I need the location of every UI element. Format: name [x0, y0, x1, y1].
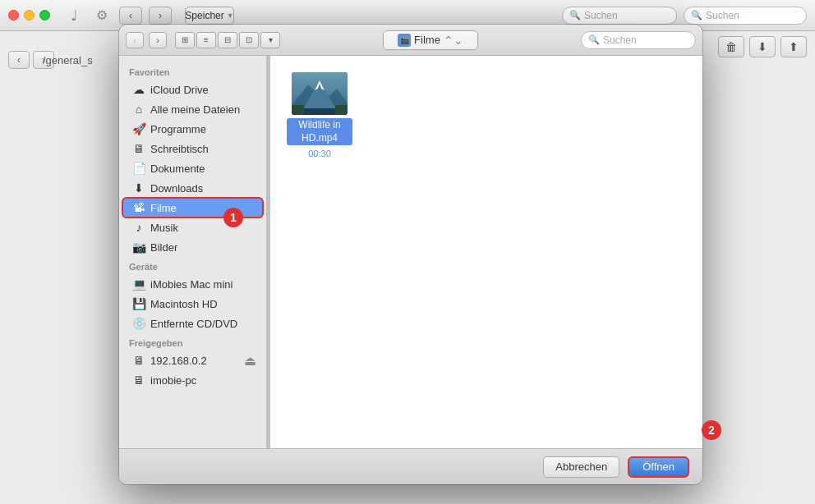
sidebar-item-cd-dvd[interactable]: 💿 Entfernte CD/DVD — [122, 314, 263, 333]
programs-icon: 🚀 — [132, 122, 145, 135]
step-2-indicator: 2 — [702, 420, 721, 440]
bilder-icon: 📷 — [132, 241, 145, 254]
view-coverflow[interactable]: ⊡ — [239, 32, 259, 48]
sidebar-item-label: Alle meine Dateien — [150, 103, 240, 116]
dialog-search-placeholder: Suchen — [603, 34, 637, 46]
location-bar[interactable]: 🎬 Filme ⌃⌄ — [383, 30, 477, 50]
music-icon: ♩ — [63, 5, 85, 26]
sidebar-item-label: 192.168.0.2 — [150, 355, 207, 367]
finder-dialog: ‹ › ⊞ ≡ ⊟ ⊡ ▾ 🎬 Filme ⌃⌄ 🔍 Suchen Favori… — [119, 25, 702, 484]
bg-action-toolbar: 🗑 ⬇ ⬆ — [718, 36, 807, 57]
sidebar-item-label: Bilder — [150, 241, 177, 254]
sidebar-item-downloads[interactable]: ⬇ Downloads — [122, 178, 263, 198]
file-item-wildlife[interactable]: Wildlife in HD.mp4 00:30 — [287, 72, 352, 158]
macintosh-icon: 💾 — [132, 297, 145, 310]
shared-label: Freigegeben — [119, 333, 266, 351]
sidebar-item-programs[interactable]: 🚀 Programme — [122, 119, 263, 139]
download-button[interactable]: ⬇ — [749, 36, 776, 57]
view-list[interactable]: ≡ — [196, 32, 216, 48]
dialog-body: Favoriten ☁ iCloud Drive ⌂ Alle meine Da… — [119, 56, 702, 448]
storage-btn[interactable]: Speicher ▼ — [185, 7, 234, 25]
file-name: Wildlife in HD.mp4 — [287, 118, 352, 145]
sidebar-item-192[interactable]: 🖥 192.168.0.2 ⏏ — [122, 351, 263, 370]
cancel-button[interactable]: Abbrechen — [543, 456, 619, 478]
bg-nav-fwd[interactable]: › — [149, 7, 172, 25]
main-content: Wildlife in HD.mp4 00:30 — [270, 56, 702, 448]
thumbnail-svg — [292, 72, 348, 115]
minimize-button[interactable] — [24, 10, 35, 21]
location-icon: 🎬 — [398, 34, 411, 47]
share-button[interactable]: ⬆ — [780, 36, 807, 57]
view-icon[interactable]: ⊞ — [175, 32, 195, 48]
sidebar-item-label: imobie-pc — [150, 374, 196, 387]
imobies-icon: 💻 — [132, 277, 145, 291]
icloud-icon: ☁ — [132, 83, 145, 96]
sidebar-item-macintosh-hd[interactable]: 💾 Macintosh HD — [122, 294, 263, 314]
bg-nav-back[interactable]: ‹ — [119, 7, 142, 25]
video-thumbnail-bg — [292, 72, 348, 115]
svg-rect-6 — [335, 105, 348, 115]
documents-icon: 📄 — [132, 162, 145, 175]
dialog-search[interactable]: 🔍 Suchen — [581, 31, 696, 49]
imobie-pc-icon: 🖥 — [132, 373, 145, 387]
bg-path: /general_s — [43, 54, 93, 66]
storage-label: Speicher — [185, 10, 223, 21]
bg-search-placeholder-2: Suchen — [706, 10, 739, 21]
sidebar-item-label: iMobies Mac mini — [150, 278, 233, 291]
svg-rect-5 — [292, 105, 304, 115]
sidebar-item-label: iCloud Drive — [150, 84, 209, 96]
musik-icon: ♪ — [132, 221, 145, 234]
settings-icon: ⚙ — [91, 5, 113, 26]
dialog-nav-fwd[interactable]: › — [149, 32, 167, 48]
filme-icon: 📽 — [132, 201, 145, 214]
step-1-label: 1 — [230, 211, 237, 224]
close-button[interactable] — [8, 10, 19, 21]
file-thumbnail — [292, 72, 348, 115]
location-label: Filme — [414, 34, 440, 46]
eject-icon[interactable]: ⏏ — [244, 353, 256, 369]
all-files-icon: ⌂ — [132, 103, 145, 116]
desktop-icon: 🖥 — [132, 142, 145, 155]
dialog-toolbar: ‹ › ⊞ ≡ ⊟ ⊡ ▾ 🎬 Filme ⌃⌄ 🔍 Suchen — [119, 25, 702, 56]
downloads-icon: ⬇ — [132, 181, 145, 195]
maximize-button[interactable] — [39, 10, 50, 21]
bg-search-bar[interactable]: 🔍 Suchen — [562, 7, 677, 25]
sidebar-item-label: Entfernte CD/DVD — [150, 318, 237, 330]
sidebar-item-label: Musik — [150, 222, 178, 234]
step-1-indicator: 1 — [223, 208, 243, 227]
sidebar-item-bilder[interactable]: 📷 Bilder — [122, 237, 263, 257]
bg-search-placeholder: Suchen — [584, 10, 618, 21]
sidebar-item-imobies-mac[interactable]: 💻 iMobies Mac mini — [122, 274, 263, 294]
file-duration: 00:30 — [308, 149, 331, 158]
search-icon: 🔍 — [569, 10, 581, 21]
traffic-lights — [8, 10, 50, 21]
dialog-search-icon: 🔍 — [588, 34, 600, 45]
dialog-footer: Abbrechen Öffnen — [119, 448, 702, 484]
sidebar-item-imobie-pc[interactable]: 🖥 imobie-pc — [122, 370, 263, 390]
sidebar-item-desktop[interactable]: 🖥 Schreibtisch — [122, 139, 263, 158]
view-buttons: ⊞ ≡ ⊟ ⊡ ▾ — [175, 32, 280, 48]
sidebar-item-label: Downloads — [150, 182, 203, 195]
dialog-nav-back[interactable]: ‹ — [126, 32, 144, 48]
step-2-label: 2 — [708, 424, 715, 437]
trash-button[interactable]: 🗑 — [718, 36, 744, 57]
sidebar-item-all-files[interactable]: ⌂ Alle meine Dateien — [122, 99, 263, 119]
bg-search-bar-2[interactable]: 🔍 Suchen — [684, 7, 807, 25]
sidebar: Favoriten ☁ iCloud Drive ⌂ Alle meine Da… — [119, 56, 267, 448]
bg-back[interactable]: ‹ — [8, 51, 30, 69]
ip-icon: 🖥 — [132, 354, 145, 367]
location-chevrons: ⌃⌄ — [444, 34, 463, 47]
sidebar-item-label: Dokumente — [150, 163, 205, 175]
view-column[interactable]: ⊟ — [218, 32, 237, 48]
sidebar-item-documents[interactable]: 📄 Dokumente — [122, 158, 263, 178]
sidebar-item-icloud[interactable]: ☁ iCloud Drive — [122, 80, 263, 99]
cd-dvd-icon: 💿 — [132, 317, 145, 330]
sidebar-item-label: Macintosh HD — [150, 298, 218, 310]
open-button[interactable]: Öffnen — [628, 456, 689, 478]
sidebar-item-label: Programme — [150, 123, 206, 135]
search-icon-2: 🔍 — [691, 10, 702, 21]
devices-label: Geräte — [119, 257, 266, 274]
view-more[interactable]: ▾ — [260, 32, 280, 48]
file-area: Wildlife in HD.mp4 00:30 — [270, 56, 702, 448]
sidebar-item-label: Filme — [150, 202, 177, 214]
